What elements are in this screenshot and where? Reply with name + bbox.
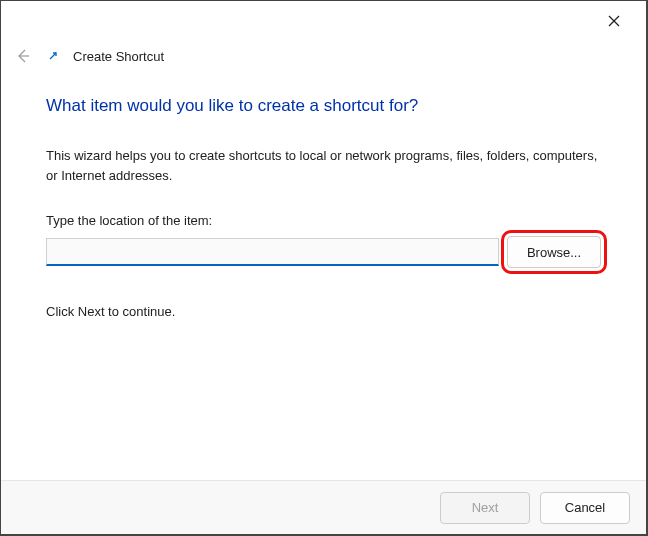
shortcut-icon	[45, 48, 61, 64]
create-shortcut-wizard-window: Create Shortcut What item would you like…	[0, 0, 648, 536]
browse-button[interactable]: Browse...	[507, 236, 601, 268]
page-heading: What item would you like to create a sho…	[46, 96, 601, 116]
browse-wrap: Browse...	[507, 236, 601, 268]
continue-hint: Click Next to continue.	[46, 304, 601, 319]
wizard-content: What item would you like to create a sho…	[46, 96, 601, 474]
close-button[interactable]	[594, 1, 634, 41]
location-input-row: Browse...	[46, 236, 601, 268]
close-icon	[608, 15, 620, 27]
wizard-header: Create Shortcut	[13, 41, 634, 71]
page-description: This wizard helps you to create shortcut…	[46, 146, 601, 185]
cancel-button[interactable]: Cancel	[540, 492, 630, 524]
next-button[interactable]: Next	[440, 492, 530, 524]
titlebar	[594, 1, 646, 41]
back-button[interactable]	[13, 46, 33, 66]
location-input-label: Type the location of the item:	[46, 213, 601, 228]
wizard-footer: Next Cancel	[1, 480, 646, 534]
wizard-title: Create Shortcut	[73, 49, 164, 64]
arrow-left-icon	[15, 48, 31, 64]
location-input[interactable]	[46, 238, 499, 266]
